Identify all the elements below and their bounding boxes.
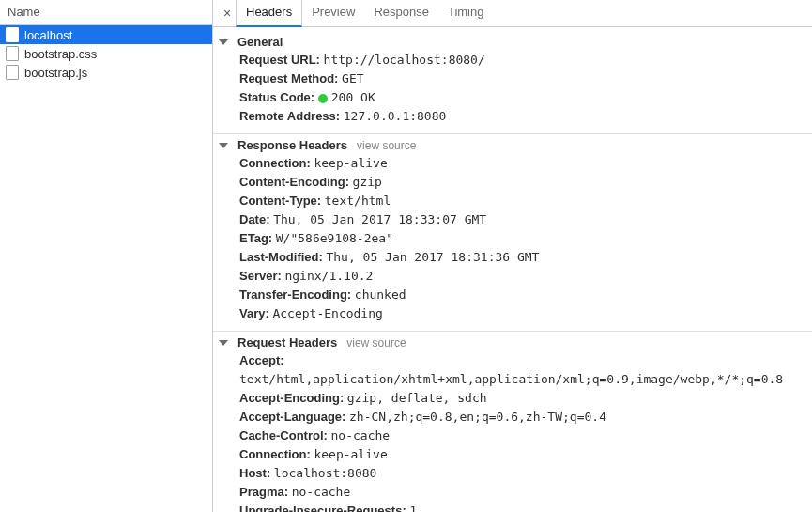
- tab-preview[interactable]: Preview: [302, 0, 364, 25]
- header-value: gzip, deflate, sdch: [347, 391, 487, 405]
- header-key: Upgrade-Insecure-Requests:: [239, 504, 406, 512]
- requests-sidebar: Name localhostbootstrap.cssbootstrap.js: [0, 0, 213, 512]
- section-request-head[interactable]: Request Headers view source: [213, 335, 812, 349]
- header-row: Date: Thu, 05 Jan 2017 18:33:07 GMT: [239, 210, 812, 229]
- header-row: Accept-Encoding: gzip, deflate, sdch: [239, 389, 812, 408]
- header-key: Request URL:: [239, 53, 320, 67]
- header-key: Content-Type:: [239, 194, 321, 208]
- header-row: ETag: W/"586e9108-2ea": [239, 229, 812, 248]
- header-key: Server:: [239, 269, 282, 283]
- header-key: Request Method:: [239, 71, 338, 85]
- header-row: Cache-Control: no-cache: [239, 427, 812, 445]
- header-value: 1: [409, 504, 417, 512]
- header-row: Request Method: GET: [239, 70, 812, 88]
- header-value: Thu, 05 Jan 2017 18:33:07 GMT: [273, 212, 486, 226]
- tab-headers[interactable]: Headers: [236, 0, 302, 27]
- header-row: Last-Modified: Thu, 05 Jan 2017 18:31:36…: [239, 248, 812, 267]
- header-value: text/html: [325, 194, 391, 208]
- header-row: Content-Type: text/html: [239, 192, 812, 210]
- close-icon[interactable]: ×: [219, 6, 236, 21]
- header-value: chunked: [355, 287, 406, 302]
- section-response-headers: Response Headers view source Connection:…: [213, 134, 812, 332]
- request-details: × HeadersPreviewResponseTiming General R…: [213, 0, 812, 512]
- header-row: Transfer-Encoding: chunked: [239, 286, 812, 304]
- tab-response[interactable]: Response: [364, 0, 438, 25]
- section-request-title: Request Headers: [237, 335, 337, 349]
- request-row[interactable]: bootstrap.js: [0, 63, 212, 82]
- details-tabbar: × HeadersPreviewResponseTiming: [213, 0, 812, 27]
- header-key: Connection:: [239, 447, 311, 461]
- requests-list: localhostbootstrap.cssbootstrap.js: [0, 25, 212, 512]
- header-key: ETag:: [239, 231, 272, 245]
- file-icon: [6, 65, 19, 80]
- caret-down-icon: [219, 143, 228, 148]
- caret-down-icon: [219, 340, 228, 346]
- status-dot-icon: [318, 94, 328, 103]
- header-key: Host:: [239, 466, 270, 480]
- header-row: Connection: keep-alive: [239, 154, 812, 173]
- header-value: 200 OK: [331, 90, 375, 104]
- header-value: GET: [342, 71, 363, 85]
- section-response-title: Response Headers: [237, 138, 347, 152]
- header-value: nginx/1.10.2: [284, 269, 373, 283]
- header-key: Pragma:: [239, 485, 288, 499]
- header-row: Request URL: http://localhost:8080/: [239, 51, 812, 70]
- header-value: Accept-Encoding: [272, 306, 382, 320]
- header-key: Accept:: [239, 353, 284, 367]
- header-row: Content-Encoding: gzip: [239, 173, 812, 192]
- header-value: localhost:8080: [274, 466, 377, 480]
- header-value: text/html,application/xhtml+xml,applicat…: [239, 372, 783, 386]
- header-value: Thu, 05 Jan 2017 18:31:36 GMT: [326, 250, 539, 264]
- section-response-head[interactable]: Response Headers view source: [213, 138, 812, 152]
- header-key: Last-Modified:: [239, 250, 323, 264]
- header-row: Host: localhost:8080: [239, 464, 812, 483]
- section-general-title: General: [237, 35, 283, 49]
- sidebar-header-name[interactable]: Name: [0, 0, 212, 25]
- header-key: Cache-Control:: [239, 428, 328, 442]
- view-source-link[interactable]: view source: [357, 139, 416, 152]
- header-value: 127.0.0.1:8080: [344, 109, 447, 123]
- request-row[interactable]: localhost: [0, 25, 212, 44]
- header-value: gzip: [353, 175, 382, 189]
- header-value: no-cache: [292, 485, 351, 499]
- view-source-link[interactable]: view source: [346, 336, 406, 349]
- header-key: Content-Encoding:: [239, 175, 349, 189]
- header-key: Accept-Encoding:: [239, 391, 344, 405]
- header-value: zh-CN,zh;q=0.8,en;q=0.6,zh-TW;q=0.4: [349, 410, 606, 424]
- request-row-label: bootstrap.js: [24, 66, 87, 80]
- request-row-label: localhost: [24, 28, 72, 42]
- header-value: keep-alive: [314, 156, 387, 170]
- header-value: http://localhost:8080/: [324, 53, 485, 67]
- header-row: Status Code: 200 OK: [239, 88, 812, 107]
- header-value: no-cache: [331, 428, 391, 442]
- file-icon: [6, 27, 19, 42]
- header-key: Date:: [239, 212, 270, 226]
- file-icon: [6, 46, 19, 61]
- header-key: Status Code:: [239, 90, 314, 104]
- header-row: Upgrade-Insecure-Requests: 1: [239, 502, 812, 512]
- header-key: Connection:: [239, 156, 311, 170]
- header-row: Connection: keep-alive: [239, 445, 812, 464]
- request-row[interactable]: bootstrap.css: [0, 44, 212, 63]
- headers-panel: General Request URL: http://localhost:80…: [213, 27, 812, 512]
- section-general: General Request URL: http://localhost:80…: [213, 31, 812, 134]
- section-general-head[interactable]: General: [213, 35, 812, 49]
- request-row-label: bootstrap.css: [24, 47, 97, 61]
- header-row: Accept-Language: zh-CN,zh;q=0.8,en;q=0.6…: [239, 408, 812, 427]
- header-row: Vary: Accept-Encoding: [239, 304, 812, 323]
- header-row: Server: nginx/1.10.2: [239, 267, 812, 286]
- header-row: Pragma: no-cache: [239, 483, 812, 502]
- devtools-network-panel: Name localhostbootstrap.cssbootstrap.js …: [0, 0, 812, 512]
- caret-down-icon: [219, 39, 228, 45]
- header-key: Accept-Language:: [239, 410, 345, 424]
- header-row: Remote Address: 127.0.0.1:8080: [239, 107, 812, 126]
- header-key: Transfer-Encoding:: [239, 287, 351, 302]
- header-row: Accept: text/html,application/xhtml+xml,…: [239, 351, 812, 389]
- header-value: keep-alive: [314, 447, 387, 461]
- header-key: Remote Address:: [239, 109, 340, 123]
- header-key: Vary:: [239, 306, 269, 320]
- tab-timing[interactable]: Timing: [438, 0, 494, 25]
- section-request-headers: Request Headers view source Accept: text…: [213, 332, 812, 512]
- header-value: W/"586e9108-2ea": [276, 231, 393, 245]
